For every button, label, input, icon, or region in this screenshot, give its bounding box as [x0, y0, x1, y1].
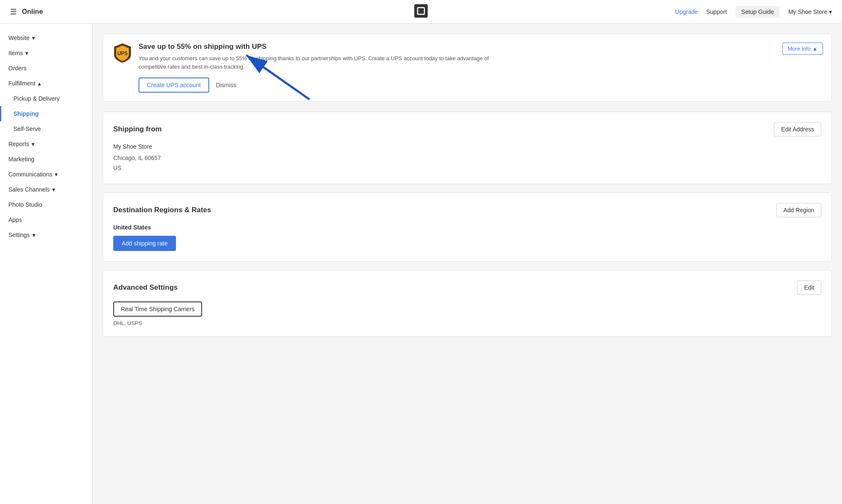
add-region-button[interactable]: Add Region — [776, 203, 821, 217]
address-line1: Chicago, IL 60657 — [113, 153, 821, 163]
store-name: My Shoe Store — [113, 143, 821, 150]
sidebar-item-settings[interactable]: Settings ▾ — [0, 227, 92, 243]
sidebar-item-label: Fulfillment — [8, 80, 35, 87]
destination-section: Destination Regions & Rates Add Region U… — [103, 192, 832, 261]
chevron-up-icon: ▴ — [38, 80, 41, 87]
sidebar-item-website[interactable]: Website ▾ — [0, 30, 92, 45]
chevron-down-icon: ▾ — [32, 141, 35, 147]
chevron-down-icon: ▾ — [32, 35, 35, 41]
dismiss-button[interactable]: Dismiss — [216, 82, 237, 88]
sidebar-item-apps[interactable]: Apps — [0, 212, 92, 227]
advanced-edit-button[interactable]: Edit — [797, 280, 821, 295]
create-ups-account-button[interactable]: Create UPS account — [139, 77, 209, 93]
sidebar: Website ▾ Items ▾ Orders Fulfillment ▴ P… — [0, 24, 93, 504]
sidebar-item-reports[interactable]: Reports ▾ — [0, 136, 92, 152]
sidebar-item-shipping[interactable]: Shipping — [0, 106, 92, 121]
edit-address-button[interactable]: Edit Address — [774, 122, 821, 136]
sidebar-item-fulfillment[interactable]: Fulfillment ▴ — [0, 76, 92, 91]
ups-logo: UPS — [113, 43, 132, 65]
ups-banner: UPS Save up to 55% on shipping with UPS … — [103, 34, 832, 101]
more-info-button[interactable]: More info ▲ — [782, 43, 823, 55]
svg-text:UPS: UPS — [117, 51, 128, 56]
chevron-down-icon: ▾ — [32, 232, 35, 238]
sidebar-item-label: Pickup & Delivery — [13, 95, 60, 102]
realtime-shipping-badge[interactable]: Real Time Shipping Carriers — [113, 301, 202, 317]
store-name-label: My Shoe Store — [788, 8, 827, 15]
sidebar-item-label: Communications — [8, 171, 52, 178]
add-shipping-rate-button[interactable]: Add shipping rate — [113, 236, 176, 251]
sidebar-item-label: Items — [8, 50, 23, 56]
sidebar-item-label: Apps — [8, 216, 22, 223]
sidebar-item-photo-studio[interactable]: Photo Studio — [0, 197, 92, 212]
setup-guide-button[interactable]: Setup Guide — [735, 6, 780, 18]
chevron-up-icon: ▲ — [812, 45, 818, 52]
shipping-from-section: Shipping from Edit Address My Shoe Store… — [103, 112, 832, 184]
sidebar-item-label: Reports — [8, 141, 29, 147]
ups-banner-title: Save up to 55% on shipping with UPS — [139, 43, 821, 51]
sidebar-item-label: Sales Channels — [8, 186, 50, 193]
advanced-settings-section: Advanced Settings Edit Real Time Shippin… — [103, 270, 832, 337]
advanced-settings-title: Advanced Settings — [113, 283, 178, 292]
chevron-down-icon: ▾ — [55, 171, 58, 178]
sidebar-item-label: Self-Serve — [13, 125, 41, 132]
svg-rect-0 — [414, 4, 428, 18]
realtime-carriers-sub: DHL, USPS — [113, 320, 821, 326]
chevron-down-icon: ▾ — [25, 50, 28, 56]
shipping-from-title: Shipping from — [113, 125, 162, 133]
sidebar-item-orders[interactable]: Orders — [0, 61, 92, 76]
store-chevron-icon: ▾ — [829, 8, 832, 15]
sidebar-item-communications[interactable]: Communications ▾ — [0, 167, 92, 182]
nav-brand-label: Online — [22, 8, 43, 16]
sidebar-item-label: Marketing — [8, 156, 34, 163]
sidebar-item-items[interactable]: Items ▾ — [0, 45, 92, 61]
upgrade-link[interactable]: Upgrade — [675, 8, 698, 15]
more-info-label: More info — [788, 45, 810, 52]
sidebar-item-marketing[interactable]: Marketing — [0, 152, 92, 167]
store-selector[interactable]: My Shoe Store ▾ — [788, 8, 832, 15]
address-line2: US — [113, 163, 821, 173]
ups-banner-description: You and your customers can save up to 55… — [139, 54, 517, 71]
main-content: UPS Save up to 55% on shipping with UPS … — [93, 24, 842, 504]
sidebar-item-label: Orders — [8, 65, 27, 72]
sidebar-item-label: Photo Studio — [8, 201, 42, 208]
square-logo — [414, 4, 428, 19]
sidebar-item-label: Shipping — [13, 110, 39, 117]
destination-title: Destination Regions & Rates — [113, 206, 211, 214]
region-name: United States — [113, 224, 821, 231]
sidebar-item-label: Website — [8, 35, 29, 41]
sidebar-item-self-serve[interactable]: Self-Serve — [0, 121, 92, 136]
top-navigation: ☰ Online Upgrade Support Setup Guide My … — [0, 0, 842, 24]
support-link[interactable]: Support — [706, 8, 727, 15]
sidebar-item-label: Settings — [8, 232, 30, 238]
chevron-down-icon: ▾ — [52, 186, 55, 193]
sidebar-item-pickup-delivery[interactable]: Pickup & Delivery — [0, 91, 92, 106]
hamburger-menu-icon[interactable]: ☰ — [10, 7, 17, 16]
sidebar-item-sales-channels[interactable]: Sales Channels ▾ — [0, 182, 92, 197]
